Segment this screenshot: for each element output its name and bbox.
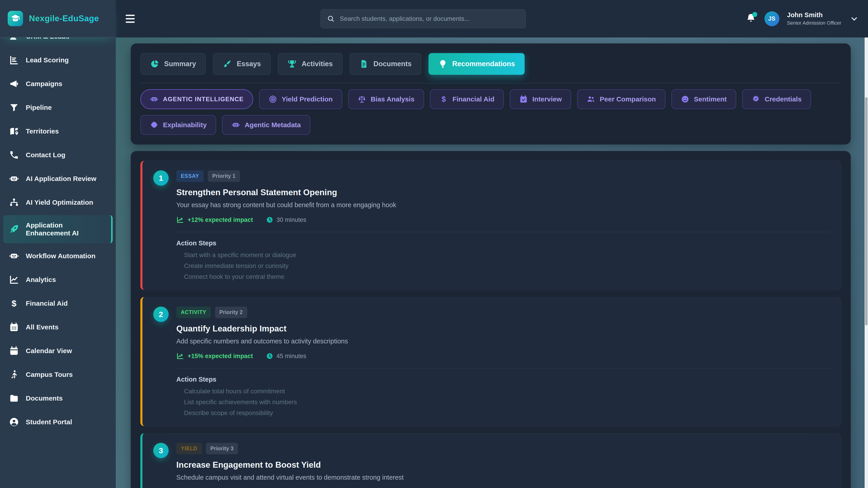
priority-badge: Priority 3 <box>206 443 238 454</box>
action-steps-list: Start with a specific moment or dialogue… <box>176 252 830 281</box>
sidebar-item-label: All Events <box>26 323 59 331</box>
tab-label: Recommendations <box>452 60 515 68</box>
page-scrollbar[interactable] <box>865 37 868 488</box>
tab-summary[interactable]: Summary <box>141 53 206 75</box>
action-step: Create immediate tension or curiosity <box>176 262 830 269</box>
badge-row: ESSAY Priority 1 <box>176 170 830 182</box>
sidebar-item-analytics[interactable]: Analytics <box>3 269 113 291</box>
analysis-tab-label: Sentiment <box>694 95 727 103</box>
sidebar-item-campaigns[interactable]: Campaigns <box>3 73 113 95</box>
trophy-icon <box>287 59 297 68</box>
tab-documents[interactable]: Documents <box>350 53 421 75</box>
sidebar-item-ai-application-review[interactable]: AI Application Review <box>3 168 113 190</box>
sidebar-item-label: Calendar View <box>26 347 72 355</box>
sidebar-item-contact-log[interactable]: Contact Log <box>3 144 113 166</box>
action-step: Calculate total hours of commitment <box>176 388 830 395</box>
recommendation-body: YIELD Priority 3 Increase Engagement to … <box>176 443 830 481</box>
sidebar-item-ai-yield-optimization[interactable]: AI Yield Optimization <box>3 191 113 214</box>
svg-text:$: $ <box>11 298 16 308</box>
sidebar-item-label: Analytics <box>26 275 56 284</box>
action-step: Describe scope of responsibility <box>176 410 830 417</box>
sidebar-item-crm-leads[interactable]: CRM & Leads <box>3 37 113 47</box>
sidebar-item-application-enhancement-ai[interactable]: Application Enhancement AI <box>3 215 113 243</box>
recommendation-card-3: 3 YIELD Priority 3 Increase Engagement t… <box>141 433 841 488</box>
analysis-tab-sentiment[interactable]: Sentiment <box>671 89 736 109</box>
tab-activities[interactable]: Activities <box>278 53 342 75</box>
robot-icon <box>9 174 19 184</box>
scale-icon <box>358 95 366 103</box>
recommendation-title: Quantify Leadership Impact <box>176 324 830 333</box>
rocket-icon <box>9 224 19 234</box>
action-step: Connect hook to your central theme <box>176 273 830 281</box>
menu-toggle-button[interactable] <box>126 14 137 24</box>
analysis-tab-yield-prediction[interactable]: Yield Prediction <box>259 89 342 109</box>
sidebar-item-calendar-view[interactable]: Calendar View <box>3 340 113 362</box>
recommendation-card-1: 1 ESSAY Priority 1 Strengthen Personal S… <box>141 161 841 290</box>
card-divider <box>176 232 830 232</box>
analysis-tab-agentic-intelligence[interactable]: AGENTIC INTELLIGENCE <box>141 89 253 109</box>
analysis-tab-peer-comparison[interactable]: Peer Comparison <box>577 89 665 109</box>
analysis-tab-agentic-metadata[interactable]: Agentic Metadata <box>222 115 310 135</box>
search-icon <box>327 15 335 23</box>
sidebar-item-label: Documents <box>26 394 63 402</box>
sidebar-item-label: Lead Scoring <box>26 56 69 64</box>
analysis-tab-label: Yield Prediction <box>282 95 333 103</box>
recommendation-card-2: 2 ACTIVITY Priority 2 Quantify Leadershi… <box>141 297 841 426</box>
sidebar-item-documents[interactable]: Documents <box>3 387 113 410</box>
recommendation-body: ESSAY Priority 1 Strengthen Personal Sta… <box>176 170 830 281</box>
sidebar: Nexgile-EduSage CRM & LeadsLead ScoringC… <box>0 0 116 488</box>
recommendation-body: ACTIVITY Priority 2 Quantify Leadership … <box>176 306 830 417</box>
avatar[interactable]: JS <box>765 11 779 26</box>
time-estimate: 45 minutes <box>266 352 306 360</box>
action-steps-label: Action Steps <box>176 239 830 247</box>
priority-badge: Priority 2 <box>215 306 247 318</box>
meta-row: +12% expected impact30 minutes <box>176 216 830 224</box>
recommendation-title: Increase Engagement to Boost Yield <box>176 460 830 470</box>
notification-dot <box>752 12 757 17</box>
dollar-icon: $ <box>9 298 19 308</box>
user-circle-icon <box>9 417 19 427</box>
analysis-tab-bias-analysis[interactable]: Bias Analysis <box>348 89 424 109</box>
sidebar-item-all-events[interactable]: All Events <box>3 316 113 338</box>
search-bar[interactable] <box>320 9 526 28</box>
analysis-tabs: AGENTIC INTELLIGENCEYield PredictionBias… <box>141 89 841 135</box>
folder-icon <box>9 393 19 403</box>
analysis-tab-credentials[interactable]: Credentials <box>742 89 811 109</box>
analysis-tab-explainability[interactable]: Explainability <box>141 115 216 135</box>
hierarchy-icon <box>9 197 19 207</box>
tab-essays[interactable]: Essays <box>213 53 271 75</box>
sidebar-item-label: Student Portal <box>26 418 72 426</box>
analysis-tab-financial-aid[interactable]: $Financial Aid <box>430 89 504 109</box>
recommendation-description: Add specific numbers and outcomes to act… <box>176 337 830 345</box>
sidebar-item-pipeline[interactable]: Pipeline <box>3 96 113 119</box>
analysis-tab-label: AGENTIC INTELLIGENCE <box>163 96 244 103</box>
tab-label: Documents <box>373 60 412 68</box>
analysis-tab-interview[interactable]: Interview <box>510 89 571 109</box>
search-input[interactable] <box>340 15 519 22</box>
analysis-tab-label: Explainability <box>163 121 207 129</box>
sidebar-item-label: Territories <box>26 127 59 135</box>
badge-row: ACTIVITY Priority 2 <box>176 306 830 318</box>
sidebar-item-campus-tours[interactable]: Campus Tours <box>3 363 113 386</box>
badge-row: YIELD Priority 3 <box>176 443 830 454</box>
notifications-button[interactable] <box>745 13 757 25</box>
tab-recommendations[interactable]: Recommendations <box>429 53 525 75</box>
robot-icon <box>150 95 158 103</box>
phone-icon <box>9 150 19 160</box>
sidebar-item-label: Campus Tours <box>26 370 73 379</box>
scrollbar-thumb[interactable] <box>865 97 868 325</box>
chevron-down-icon[interactable] <box>850 15 858 23</box>
sidebar-item-financial-aid[interactable]: $Financial Aid <box>3 292 113 315</box>
category-badge: ESSAY <box>176 170 204 182</box>
sidebar-item-lead-scoring[interactable]: Lead Scoring <box>3 49 113 71</box>
tab-label: Essays <box>237 60 261 68</box>
user-plus-icon <box>9 37 19 41</box>
tabs-divider <box>141 83 841 84</box>
sidebar-item-student-portal[interactable]: Student Portal <box>3 411 113 433</box>
sidebar-item-workflow-automation[interactable]: Workflow Automation <box>3 245 113 267</box>
recommendations-panel: 1 ESSAY Priority 1 Strengthen Personal S… <box>131 151 851 488</box>
cal-check-icon <box>519 95 528 103</box>
action-steps-list: Calculate total hours of commitmentList … <box>176 388 830 417</box>
sidebar-item-territories[interactable]: Territories <box>3 120 113 142</box>
sidebar-item-label: Financial Aid <box>26 299 68 307</box>
